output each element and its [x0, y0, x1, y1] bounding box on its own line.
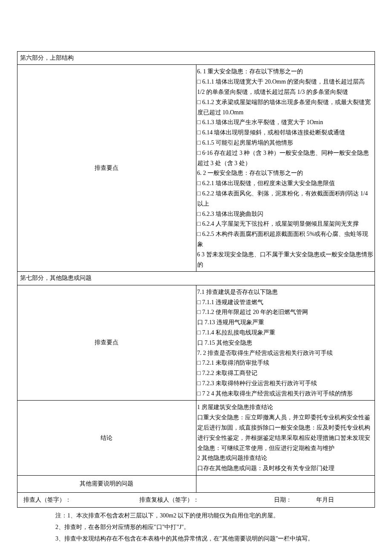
reviewer-signature: 排查复核人（签字）： [139, 495, 274, 505]
s7-line: □ 7.1.1 违规建设管道燃气 [197, 297, 374, 308]
conclusion-content: 1 房屋建筑安全隐患排查结论 口重大安全隐患：应立即撤离人员，并立即委托专业机构… [196, 401, 375, 476]
other-notes-row: 其他需要说明的问题 [17, 476, 375, 493]
s7-line: 7.1 排查建筑是否存在以下隐患 [197, 287, 374, 297]
s6-line: □ 6.2.1 墙体出现裂缝，但程度未达重大安全隐患限值 [197, 178, 374, 189]
footnote-3: 3、排查中发现结构存在不包含在本表格中的其他异常情况，在"其他需要说明的问题"一… [55, 533, 375, 545]
section7-label: 排查要点 [17, 285, 196, 401]
section6-label: 排查要点 [17, 65, 196, 272]
section7-header-row: 第七部分，其他隐患或问题 [17, 272, 375, 285]
section7-header: 第七部分，其他隐患或问题 [17, 272, 375, 285]
s7-line: □ 7.1.4 私拉乱接电线现象严重 [197, 328, 374, 338]
section7-content: 7.1 排查建筑是否存在以下隐患 □ 7.1.1 违规建设管道燃气 □ 7.1.… [196, 285, 375, 401]
signature-cell: 排查人（签字）： 排查复核人（签字）： 日期： 年月日 [17, 493, 375, 508]
s7-line: □ 7.2.2 未取得工商登记 [197, 368, 374, 378]
s6-line: 6 3 暂未发现安全隐患、口不属于重大安全隐患或一般安全隐患情形的 [197, 250, 374, 270]
s6-line: □ 6.14 墙体出现明显倾斜，或相邻墙体连接处断裂成通缝 [197, 128, 374, 138]
date-label: 日期： [274, 495, 317, 505]
s6-line: □ 6.1.5 可能引起房屋坍塌的其他情形 [197, 138, 374, 148]
section6-header-row: 第六部分，上部结构 [17, 52, 375, 65]
s6-line: □ 6.2.3 墙体出现挠曲鼓闪 [197, 209, 374, 219]
inspection-form-table: 第六部分，上部结构 排查要点 6. 1 重大安全隐患：存在以下情形之一的 □ 6… [17, 51, 375, 508]
conc-line: 口存在其他隐患或问题：及时移交有关专业部门处理 [197, 463, 374, 474]
footnotes: 注：1、本次排查不包含农村三层以下，300m2 以下的使用功能仅为自用住宅的房屋… [17, 508, 375, 544]
footnote-1: 注：1、本次排查不包含农村三层以下，300m2 以下的使用功能仅为自用住宅的房屋… [55, 510, 375, 522]
s7-line: □ 7.2.3 未取得特种行业运营相关行政许可手续 [197, 378, 374, 389]
s7-line: 口 7.13 违规用气现象严重 [197, 317, 374, 328]
other-notes-label: 其他需要说明的问题 [17, 476, 196, 493]
s6-line: □ 6.2.2 墙体表面风化、剥落，泥浆粉化，有效截面面积削弱达 1/4 以上 [197, 189, 374, 209]
s7-line: □ 7.1.2 使用年限超过 20 年的老旧燃气管网 [197, 307, 374, 317]
conclusion-label: 结论 [17, 401, 196, 476]
s6-line: 6. 2 一般安全隐患：存在以下情形之一的 [197, 168, 374, 178]
s6-line: □ 6.2.4 人字屋架无下弦拉杆，或屋架明显侧倾且屋架间无支撑 [197, 219, 374, 229]
inspector-signature: 排查人（签字）： [19, 495, 139, 505]
s7-line: □ 7 2 4 其他未取得生产经营或运营相关行政许可手续的情形 [197, 389, 374, 399]
conclusion-row: 结论 1 房屋建筑安全隐患排查结论 口重大安全隐患：应立即撤离人员，并立即委托专… [17, 401, 375, 476]
s6-line: □ 6.1.3 墙体出现产生水平裂缝，缝宽大于 1Omin [197, 117, 374, 128]
s6-line: □ 6·16 存在超过 3 种（含 3 种）一般安全隐患、同种一般安全隐患超过 … [197, 148, 374, 169]
section6-content-row: 排查要点 6. 1 重大安全隐患：存在以下情形之一的 □ 6.1.1 墙体出现缝… [17, 65, 375, 272]
s6-line: □ 6.1.2 支承梁或屋架端部的墙体出现多条竖向裂缝，或最大裂缝宽度已超过 1… [197, 97, 374, 118]
conc-line: 1 房屋建筑安全隐患排查结论 [197, 402, 374, 413]
section6-content: 6. 1 重大安全隐患：存在以下情形之一的 □ 6.1.1 墙体出现缝宽大于 2… [196, 65, 375, 272]
s7-line: 口 7.15 其他安全隐患 [197, 338, 374, 348]
section6-header: 第六部分，上部结构 [17, 52, 375, 65]
conc-line: 2 其他隐患或问题排查结论 [197, 453, 374, 463]
signature-row: 排查人（签字）： 排查复核人（签字）： 日期： 年月日 [17, 493, 375, 508]
s7-line: 7. 2 排查是否取得生产经营或运营相关行政许可手续 [197, 348, 374, 358]
s6-line: 6. 1 重大安全隐患：存在以下情形之一的 [197, 67, 374, 77]
conc-line: 口重大安全隐患：应立即撤离人员，并立即委托专业机构安全性鉴定后进行加固，或直接拆… [197, 413, 374, 453]
s7-line: □ 7.2.1 未取得消防审批手续 [197, 358, 374, 368]
s6-line: □ 6.1.1 墙体出现缝宽大于 20.Omm 的竖向裂缝，且缝长超过层高 1/… [197, 77, 374, 97]
s6-line: □ 6.2.5 木构件表面腐朽面积超原截面面积 5%或有心腐、虫蛀等现象 [197, 229, 374, 250]
other-notes-content [196, 476, 375, 493]
section7-content-row: 排查要点 7.1 排查建筑是否存在以下隐患 □ 7.1.1 违规建设管道燃气 □… [17, 285, 375, 401]
footnote-2: 2、排查时，在各部分对应情形的相应"口"中打"J"。 [55, 522, 375, 533]
date-value: 年月日 [316, 495, 334, 505]
